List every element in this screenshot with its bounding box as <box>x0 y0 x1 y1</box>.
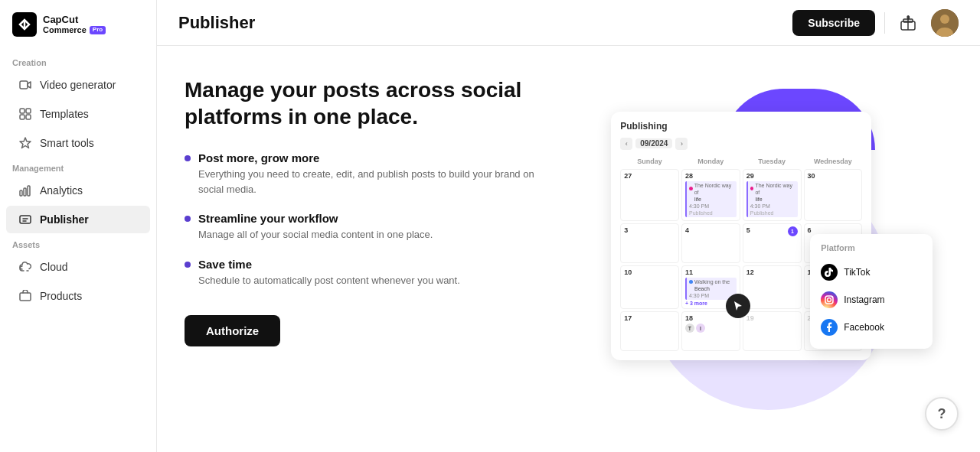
svg-rect-8 <box>28 186 30 196</box>
avatar[interactable] <box>931 9 959 37</box>
sidebar-item-products[interactable]: Products <box>6 282 150 310</box>
platform-label-tiktok: TikTok <box>844 267 870 278</box>
feature-title-3: Save time <box>198 258 460 271</box>
left-panel: Manage your posts across social platform… <box>185 76 554 421</box>
cal-cell-10: 10 <box>620 265 679 309</box>
platform-item-facebook: Facebook <box>810 314 933 341</box>
sidebar-item-publisher[interactable]: Publisher <box>6 206 150 233</box>
cal-cell-5: 5 1 <box>743 223 802 263</box>
cal-cell-30: 30 <box>804 169 863 221</box>
feature-desc-1: Everything you need to create, edit, and… <box>198 167 554 197</box>
sidebar-item-smart-tools[interactable]: Smart tools <box>6 129 150 157</box>
svg-rect-7 <box>24 188 26 196</box>
topbar-divider <box>884 12 885 34</box>
topbar-actions: Subscribe <box>792 9 959 37</box>
feature-desc-2: Manage all of your social media content … <box>198 227 433 242</box>
products-icon <box>18 289 32 303</box>
calendar-nav: ‹ 09/2024 › <box>620 138 862 150</box>
assets-section-label: Assets <box>0 234 156 252</box>
feature-dot-3 <box>185 262 191 268</box>
cal-cell-17: 17 <box>620 311 679 351</box>
platform-label-facebook: Facebook <box>844 322 884 333</box>
video-icon <box>18 78 32 92</box>
svg-rect-1 <box>20 81 28 89</box>
feature-title-2: Streamline your workflow <box>198 212 433 225</box>
facebook-logo <box>821 319 838 336</box>
cal-prev[interactable]: ‹ <box>620 138 632 150</box>
svg-rect-10 <box>20 293 31 301</box>
sidebar: CapCut Commerce Pro Creation Video gener… <box>0 0 157 452</box>
sidebar-item-templates[interactable]: Templates <box>6 100 150 128</box>
logo-capcut: CapCut <box>43 15 106 25</box>
gift-button[interactable] <box>894 9 922 37</box>
platform-item-instagram: Instagram <box>810 286 933 314</box>
sidebar-item-label: Cloud <box>40 261 68 273</box>
cal-day-sunday: Sunday <box>620 156 679 167</box>
cal-cell-19: 19 <box>743 311 802 351</box>
feature-desc-3: Schedule to automatically post content w… <box>198 273 460 288</box>
svg-rect-6 <box>20 190 22 196</box>
instagram-logo <box>821 291 838 308</box>
cal-cell-4: 4 <box>681 223 740 263</box>
feature-item-2: Streamline your workflow Manage all of y… <box>185 212 554 242</box>
svg-rect-9 <box>20 216 31 223</box>
avatar-image <box>931 9 959 37</box>
calendar-header: Publishing <box>620 121 862 132</box>
main-panel: Publisher Subscribe <box>157 0 980 452</box>
sidebar-item-label: Products <box>40 290 82 302</box>
platform-item-tiktok: TikTok <box>810 259 933 286</box>
feature-title-1: Post more, grow more <box>198 151 554 164</box>
cal-cell-28: 28 The Nordic way of life 4:30 PM Publis… <box>681 169 740 221</box>
authorize-button[interactable]: Authorize <box>185 315 280 346</box>
feature-dot-2 <box>185 216 191 222</box>
cal-event-1: The Nordic way of life 4:30 PM Published <box>685 181 737 217</box>
svg-point-14 <box>940 15 949 24</box>
sidebar-item-label: Templates <box>40 108 89 120</box>
tiktok-logo <box>821 264 838 281</box>
logo: CapCut Commerce Pro <box>0 12 156 52</box>
creation-section-label: Creation <box>0 52 156 70</box>
logo-text: CapCut Commerce Pro <box>43 15 106 34</box>
subscribe-button[interactable]: Subscribe <box>792 10 875 36</box>
feature-item-3: Save time Schedule to automatically post… <box>185 258 554 288</box>
cal-day-tuesday: Tuesday <box>743 156 802 167</box>
sidebar-item-video-generator[interactable]: Video generator <box>6 71 150 99</box>
navigation-cursor <box>726 294 750 318</box>
svg-rect-3 <box>26 109 31 113</box>
cal-day-wednesday: Wednesday <box>804 156 863 167</box>
pro-badge: Pro <box>90 26 106 34</box>
svg-point-17 <box>828 298 831 301</box>
sidebar-item-label: Video generator <box>40 79 116 91</box>
sidebar-item-cloud[interactable]: Cloud <box>6 253 150 281</box>
svg-rect-2 <box>20 109 24 113</box>
cal-cell-18: 18 T I <box>681 311 740 351</box>
analytics-icon <box>18 184 32 197</box>
sidebar-item-label: Publisher <box>40 213 89 226</box>
illustration: Publishing ‹ 09/2024 › Sunday Monday Tue… <box>603 89 933 410</box>
logo-commerce: Commerce Pro <box>43 25 106 34</box>
help-icon: ? <box>938 406 946 422</box>
smart-tools-icon <box>18 136 32 150</box>
capcut-logo-icon <box>12 12 37 37</box>
cloud-icon <box>18 260 32 274</box>
cal-day-monday: Monday <box>681 156 740 167</box>
cal-cell-3: 3 <box>620 223 679 263</box>
management-section-label: Management <box>0 158 156 176</box>
svg-rect-5 <box>26 115 31 119</box>
help-button[interactable]: ? <box>925 397 959 431</box>
hero-title: Manage your posts across social platform… <box>185 76 554 130</box>
cal-next[interactable]: › <box>675 138 688 150</box>
cal-month: 09/2024 <box>635 138 672 148</box>
topbar: Publisher Subscribe <box>157 0 980 46</box>
sidebar-item-label: Smart tools <box>40 137 94 149</box>
publisher-icon <box>18 213 32 226</box>
content-area: Manage your posts across social platform… <box>157 46 980 452</box>
sidebar-item-label: Analytics <box>40 184 83 197</box>
sidebar-item-analytics[interactable]: Analytics <box>6 177 150 204</box>
cal-event-2: The Nordic way of life 4:30 PM Published <box>746 181 798 217</box>
platform-popup: Platform TikTok <box>810 234 933 349</box>
gift-icon <box>900 15 916 31</box>
feature-item-1: Post more, grow more Everything you need… <box>185 151 554 197</box>
templates-icon <box>18 107 32 121</box>
cal-cell-29: 29 The Nordic way of life 4:30 PM Publis… <box>743 169 802 221</box>
